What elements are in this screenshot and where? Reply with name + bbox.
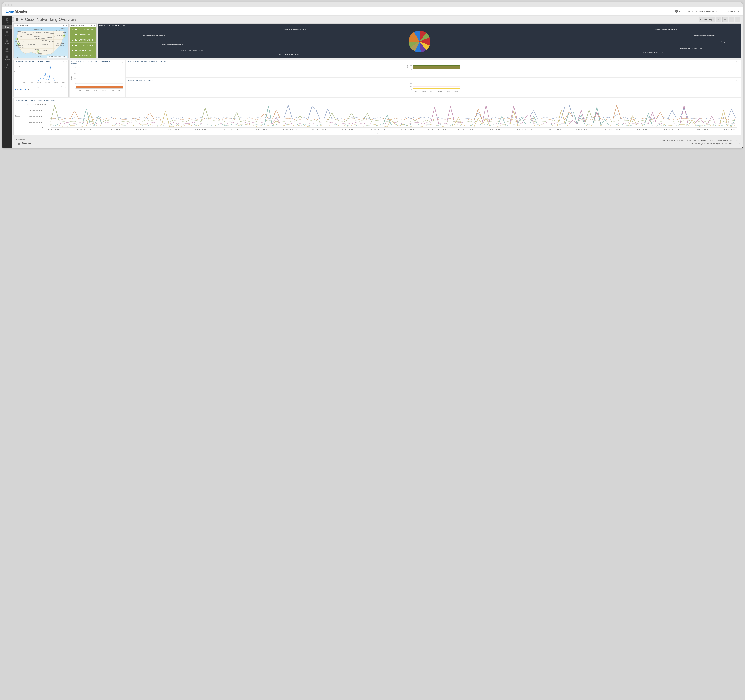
window-minimize-dot[interactable] [7,4,9,6]
svg-text:16:00: 16:00 [193,129,208,130]
pie-slice-label: Cisco.ASA.ctxdc1.ap-8998...:8.32% [694,34,715,36]
sidebar-item-services[interactable]: Services [2,37,12,45]
list-item[interactable]: AP-SOUTHEAST-1 [70,32,96,37]
chevron-down-icon[interactable]: ⌄ [738,79,740,81]
expand-icon[interactable]: ⤢ [63,60,64,63]
footer-link-docs[interactable]: Documentation [714,139,726,141]
widget-title[interactable]: cisco.sw.nexus.01.dc10 - Temperature [127,79,156,81]
chevron-down-icon[interactable]: ⌄ [122,61,123,63]
sidebar-item-label: Reports [4,59,10,61]
svg-text:08:00: 08:00 [61,82,65,84]
svg-text:08:00: 08:00 [664,129,679,130]
map-label: Toronto [56,30,60,31]
help-menu[interactable]: ? [675,10,680,13]
map-label: SOUTH CAROLINA [56,45,64,46]
app-body: Dash Menu Devices Services Alerts Report… [2,16,743,148]
map-pin[interactable] [37,51,39,52]
check-icon [72,39,73,41]
user-menu[interactable]: SysAdmin [727,10,739,12]
legend-label: Null [27,89,29,91]
pie-slice-label: Cisco.ASA.ctxdc1.ap-122...:8.34% [162,43,183,45]
window-close-dot[interactable] [4,4,6,6]
chevron-down-icon[interactable]: ⌄ [738,99,740,101]
chart-body[interactable]: °C 200 100 0 12:0016:0020:0013. Jun04:00… [126,82,741,94]
page-header: ❭ Cisco Networking Overview Time Range [12,16,743,23]
svg-text:20:00: 20:00 [311,129,326,130]
pie-slice-label: Cisco.ASA.ctxdc1.ap-1224...:17.77% [143,34,165,36]
svg-text:09:00: 09:00 [693,129,708,130]
svg-text:1k: 1k [75,83,76,84]
expand-icon[interactable]: ⤢ [63,24,64,26]
chart-body[interactable]: bytes 5M 0 12:0016:0020:0013. Jun04:0008… [126,63,741,74]
widget-title[interactable]: cisco.sw.nexus.01.lax - Top 10 Interface… [15,99,55,101]
more-button[interactable] [735,17,740,22]
chart-body[interactable]: Updates/sec 0.3 0.2 0.1 0 12:0016:0020:0… [13,63,68,86]
sidebar-item-dash[interactable]: Dash [2,16,12,25]
sidebar-item-label: Dash [5,22,9,24]
star-icon[interactable] [20,18,23,21]
sidebar-item-devices[interactable]: Devices [2,29,12,37]
sidebar-item-settings[interactable]: Settings [2,62,12,70]
content-area: ❭ Cisco Networking Overview Time Range [12,16,743,148]
expand-toggle[interactable]: ︿ [37,86,39,88]
expand-icon[interactable]: ⤢ [120,61,121,63]
footer-link-support[interactable]: Support Forum [700,139,712,141]
expand-icon[interactable]: ⤢ [736,99,737,101]
expand-tree-handle[interactable]: ❭ [12,18,14,22]
chevron-down-icon[interactable]: ⌄ [738,60,740,63]
title-icons [15,18,23,21]
chevron-down-icon[interactable]: ⌄ [738,24,740,26]
svg-text:08:00: 08:00 [455,70,458,72]
sidebar-item-alerts[interactable]: Alerts [2,45,12,54]
expand-icon[interactable]: ⤢ [736,24,737,26]
widget-physical-locations: Physical Locations ⤢⌄ United St [13,23,69,58]
footer-link-mobile[interactable]: Mobile Alerts View [660,139,675,141]
folder-icon [75,49,77,51]
map-label: OHIO [52,36,55,37]
widget-temperature: cisco.sw.nexus.01.dc10 - Temperature⤢⌄ °… [126,78,741,97]
list-item[interactable]: Production Routers [70,43,96,48]
pie-chart[interactable] [409,31,430,52]
chart-body[interactable]: amps 4k 3k 2k 1k 0 12:0016:0020:0013. Ju… [70,65,125,93]
fullscreen-button[interactable] [729,17,734,22]
footer-link-blog[interactable]: Read Our Blog [727,139,739,141]
chevron-down-icon[interactable]: ⌄ [66,24,67,26]
expand-toggle[interactable]: ﹀ [433,94,434,96]
brand-logo[interactable]: LogicMonitor [6,9,27,13]
chevron-down-icon[interactable]: ⌄ [94,24,95,26]
expand-toggle[interactable]: ﹀ [96,93,98,95]
expand-icon[interactable]: ⤢ [736,79,737,81]
map-body[interactable]: United States Mexico San Francisco Los A… [13,27,68,58]
chevron-down-icon[interactable]: ⌄ [66,60,67,63]
map-label: NEVADA [19,36,23,37]
help-icon: ? [675,10,678,13]
list-item[interactable]: AP-SOUTHEAST-2 [70,37,96,43]
widget-title[interactable]: cisco.sw.nexus.07.dc10 - FRU Power Draw … [71,60,120,64]
widget-row-1: Physical Locations ⤢⌄ United St [12,23,743,58]
time-range-button[interactable]: Time Range [699,17,715,22]
list-item[interactable]: Test Network Group [70,53,96,58]
svg-text:13. Jun: 13. Jun [438,70,443,72]
copy-button[interactable] [723,17,728,22]
list-item[interactable]: Production Switches [70,27,96,32]
right-column: cisco.sw.nexus01.lax - Memory Pools - I/… [126,60,741,97]
sidebar-item-menu[interactable]: Menu [2,25,12,29]
expand-icon[interactable]: ⤢ [91,24,93,26]
widget-title[interactable]: cisco.sw.nexus-core-10.ldx - BGP Peer Up… [15,61,50,63]
chart-body[interactable]: bps 1 000M 750M 500M 250M 0 11:0012:0013… [13,102,741,132]
expand-icon[interactable]: ⤢ [736,60,737,63]
share-button[interactable] [716,17,721,22]
sidebar-item-reports[interactable]: Reports [2,54,12,62]
window-zoom-dot[interactable] [10,4,12,6]
timezone-label[interactable]: Timezone: UTC-8:00 America/Los Angeles [687,10,720,12]
expand-toggle[interactable]: ﹀ [433,74,434,76]
chevron-down-icon[interactable]: ⌄ [64,86,66,88]
svg-text:20:00: 20:00 [94,90,97,91]
search-icon[interactable] [61,86,63,87]
footer-copyright: © 2008 - 2015 LogicMonitor Inc. All righ… [660,142,740,145]
widget-title[interactable]: cisco.sw.nexus01.lax - Memory Pools - I/… [127,61,166,63]
list-item[interactable]: Cisco ASA Group [70,48,96,53]
app-window: LogicMonitor ? Timezone: UTC-8:00 Americ… [2,2,743,148]
brand-part1: Logic [6,9,15,13]
expand-toggle[interactable]: ﹀ [376,133,378,134]
